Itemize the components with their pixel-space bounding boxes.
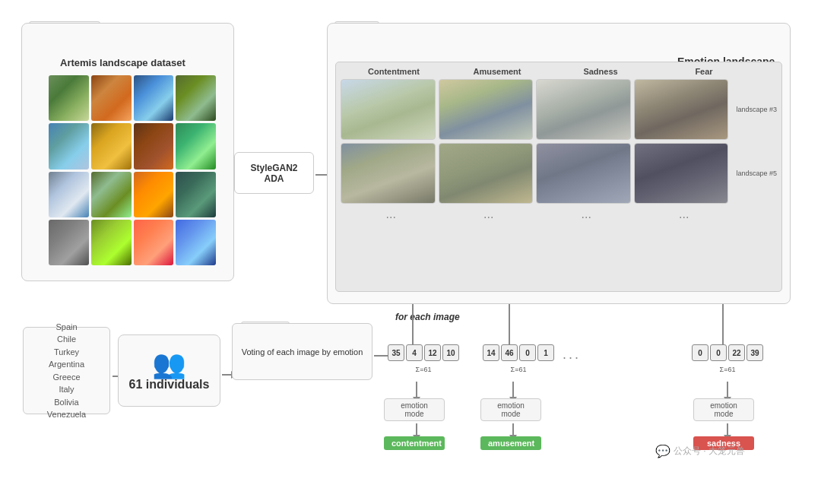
vote-num-2-1: 14 [483, 344, 499, 361]
dots-col1: ··· [344, 210, 439, 225]
vote-num-3-4: 39 [747, 344, 763, 361]
vote-num-1-2: 4 [406, 344, 423, 361]
vote-numbers-1: 35 4 12 10 [388, 344, 459, 361]
country-item: Chile [47, 333, 86, 346]
paintings-mosaic [49, 75, 216, 265]
emotion-mode-2: emotionmode [480, 398, 541, 421]
main-container: data preparation Artemis landscape datas… [0, 0, 821, 504]
vote-num-1-3: 12 [424, 344, 441, 361]
img-landscape3-fear [634, 79, 729, 140]
landscape5-label: landscape #5 [731, 170, 777, 177]
dots-col4: ··· [637, 210, 732, 225]
vline-1 [412, 304, 414, 346]
img-landscape3-amusement [439, 79, 534, 140]
people-count: 61 individuals [129, 378, 210, 391]
vote-group-1: 35 4 12 10 Σ=61 [388, 344, 459, 373]
painting-15 [134, 220, 174, 265]
country-item: Italy [47, 383, 86, 396]
painting-13 [49, 220, 89, 265]
eval-box: Voting of each image by emotion [232, 323, 372, 380]
wechat-watermark: 💬 公众号 · 大笼元兽 [655, 444, 745, 458]
voting-text: Voting of each image by emotion [236, 341, 369, 363]
vote-num-2-3: 0 [519, 344, 536, 361]
col-sadness: Sadness [550, 67, 651, 76]
col-fear: Fear [654, 67, 754, 76]
painting-14 [91, 220, 132, 265]
country-item: Argentina [47, 358, 86, 371]
painting-4 [176, 75, 216, 121]
col-contentment: Contentment [344, 67, 444, 76]
vline-4 [722, 304, 724, 346]
stylegan-box: StyleGAN2ADA [234, 152, 314, 194]
country-item: Greece [47, 371, 86, 384]
vote-sum-1: Σ=61 [416, 366, 432, 373]
country-item: Turkey [47, 346, 86, 359]
result-2: amusement [480, 436, 541, 450]
col-amusement: Amusement [447, 67, 547, 76]
stylegan-label: StyleGAN2ADA [250, 163, 297, 184]
vote-group-3: 0 0 22 39 Σ=61 [692, 344, 763, 373]
painting-6 [91, 123, 132, 169]
painting-9 [49, 172, 89, 217]
painting-7 [134, 123, 174, 169]
img-landscape5-fear [634, 143, 729, 204]
countries-list: SpainChileTurkeyArgentinaGreeceItalyBoli… [47, 321, 86, 421]
vote-num-2-4: 1 [537, 344, 554, 361]
landscape3-label: landscape #3 [731, 106, 777, 113]
modeling-box: Emotion landscape datset generated by St… [327, 23, 791, 304]
painting-12 [176, 172, 216, 217]
country-item: Bolivia [47, 396, 86, 409]
img-landscape3-contentment [341, 79, 436, 140]
country-item: Venezuela [47, 408, 86, 421]
data-prep-title: Artemis landscape dataset [60, 57, 185, 68]
vote-num-1-4: 10 [442, 344, 459, 361]
vote-num-3-1: 0 [692, 344, 708, 361]
middle-dots: ··· [563, 350, 581, 366]
countries-box: SpainChileTurkeyArgentinaGreeceItalyBoli… [23, 327, 110, 414]
wechat-icon: 💬 [655, 444, 670, 458]
vline-2 [509, 304, 510, 346]
img-landscape3-sadness [536, 79, 631, 140]
people-icon: 👥 [152, 350, 186, 378]
painting-11 [134, 172, 174, 217]
vote-numbers-2: 14 46 0 1 [483, 344, 554, 361]
vote-sum-3: Σ=61 [720, 366, 736, 373]
vote-group-2: 14 46 0 1 Σ=61 [483, 344, 554, 373]
vote-num-3-2: 0 [710, 344, 727, 361]
img-landscape5-sadness [536, 143, 631, 204]
emotion-mode-3: emotionmode [693, 398, 754, 421]
painting-1 [49, 75, 89, 121]
painting-5 [49, 123, 89, 169]
dots-col2: ··· [442, 210, 537, 225]
vote-numbers-3: 0 0 22 39 [692, 344, 763, 361]
painting-8 [176, 123, 216, 169]
people-box: 👥 61 individuals [118, 334, 220, 407]
emotion-mode-1: emotionmode [384, 398, 445, 421]
img-landscape5-contentment [341, 143, 436, 204]
vote-num-2-2: 46 [501, 344, 518, 361]
vote-num-1-1: 35 [388, 344, 404, 361]
vote-num-3-3: 22 [728, 344, 745, 361]
painting-2 [91, 75, 132, 121]
painting-3 [134, 75, 174, 121]
for-each-image-label: for each image [395, 312, 460, 322]
vote-sum-2: Σ=61 [511, 366, 527, 373]
result-1: contentment [384, 436, 445, 450]
data-prep-box: Artemis landscape dataset [21, 23, 234, 281]
dots-col3: ··· [539, 210, 634, 225]
painting-16 [176, 220, 216, 265]
painting-10 [91, 172, 132, 217]
country-item: Spain [47, 321, 86, 334]
img-landscape5-amusement [439, 143, 534, 204]
wechat-text: 公众号 · 大笼元兽 [674, 445, 745, 458]
